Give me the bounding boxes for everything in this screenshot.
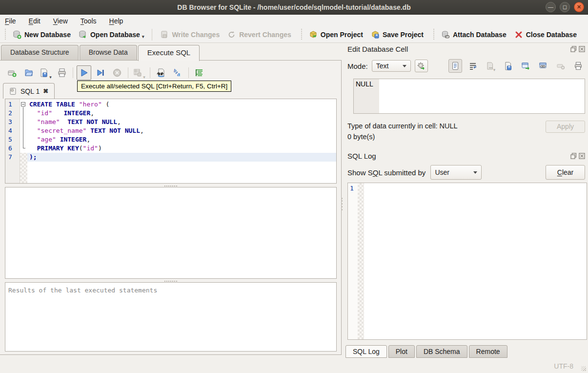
line-number: 1 — [8, 100, 20, 109]
replace-icon: ba — [173, 68, 182, 78]
cell-value-editor[interactable]: NULL — [353, 79, 585, 114]
close-database-icon — [514, 30, 523, 39]
copy-link-button[interactable] — [536, 59, 550, 73]
format-sql-button[interactable] — [192, 65, 207, 80]
close-dock-icon[interactable] — [579, 153, 585, 159]
filter-label: Show SQL submitted by — [347, 168, 426, 177]
text-mode-button[interactable] — [448, 59, 462, 73]
close-tab-icon[interactable]: ✖ — [43, 87, 48, 95]
save-project-button[interactable]: Save Project — [367, 28, 427, 41]
code-area[interactable]: CREATE TABLE "hero" ( "id" INTEGER, "nam… — [27, 99, 336, 183]
export-cell-button[interactable] — [501, 59, 515, 73]
toolbar-drag-handle[interactable] — [300, 29, 303, 41]
sql-tab-bar: SQL 1 ✖ — [3, 83, 55, 99]
execute-tooltip: Execute all/selected SQL [Ctrl+Return, F… — [77, 81, 231, 92]
line-number: 6 — [8, 144, 20, 153]
toolbar-drag-handle[interactable] — [4, 29, 7, 41]
stop-icon — [112, 68, 122, 78]
encoding-indicator[interactable]: UTF-8 — [554, 362, 573, 370]
window-title: DB Browser for SQLite - /home/user/code/… — [177, 3, 410, 11]
status-bar: UTF-8 — [0, 356, 588, 373]
clear-log-button[interactable]: Clear — [546, 165, 585, 180]
resize-grip-icon[interactable] — [581, 366, 586, 371]
new-sql-tab-button[interactable] — [5, 65, 20, 80]
submitted-by-combobox[interactable]: User — [430, 165, 482, 180]
menu-edit[interactable]: Edit — [29, 17, 41, 25]
print-cell-button[interactable] — [571, 59, 585, 73]
execute-current-line-button[interactable] — [93, 65, 108, 80]
code-line[interactable]: "id" INTEGER, — [27, 109, 336, 118]
stop-execution-button[interactable] — [110, 65, 124, 80]
print-icon — [574, 62, 583, 70]
close-button[interactable]: ✕ — [574, 2, 584, 12]
execute-line-icon — [96, 68, 105, 78]
print-button[interactable] — [55, 65, 69, 80]
revert-changes-icon — [227, 30, 236, 39]
code-line[interactable]: CREATE TABLE "hero" ( — [27, 100, 336, 109]
open-project-button[interactable]: Open Project — [305, 28, 367, 41]
mode-combobox[interactable]: Text — [372, 60, 411, 72]
sql-log-view[interactable]: 1 — [347, 183, 587, 340]
toolbar-drag-handle[interactable] — [432, 29, 435, 41]
chevron-down-icon — [403, 65, 406, 67]
code-line[interactable]: "name" TEXT NOT NULL, — [27, 118, 336, 126]
new-database-button[interactable]: New Database — [9, 28, 75, 41]
maximize-button[interactable]: ◻ — [560, 2, 570, 12]
sql-file-icon — [9, 87, 17, 95]
toolbar-separator — [152, 29, 152, 41]
open-in-external-button[interactable] — [519, 59, 532, 73]
import-data-button[interactable] — [415, 60, 428, 72]
save-sql-dropdown-caret[interactable]: ▾ — [49, 75, 52, 80]
sql-code-editor[interactable]: 1234567 CREATE TABLE "hero" ( "id" INTEG… — [5, 99, 337, 184]
tab-execute-sql[interactable]: Execute SQL — [138, 45, 200, 61]
results-grid-pane[interactable] — [5, 187, 337, 279]
menu-file[interactable]: File — [5, 17, 16, 25]
code-line[interactable]: "age" INTEGER, — [27, 135, 336, 144]
float-dock-icon[interactable] — [570, 46, 577, 52]
toolbar-separator — [150, 67, 150, 78]
cell-meta-row: Type of data currently in cell: NULL 0 b… — [347, 121, 585, 142]
code-line[interactable]: "secret_name" TEXT NOT NULL, — [27, 126, 336, 135]
set-null-button[interactable] — [554, 59, 568, 73]
mode-label: Mode: — [347, 62, 368, 70]
execute-sql-button[interactable] — [77, 65, 91, 80]
menu-tools[interactable]: Tools — [81, 17, 97, 25]
sql-1-tab[interactable]: SQL 1 ✖ — [3, 83, 55, 99]
replace-button[interactable]: ba — [170, 65, 185, 80]
open-project-icon — [309, 30, 318, 39]
apply-button[interactable]: Apply — [546, 121, 585, 133]
log-text-area[interactable] — [364, 183, 587, 339]
code-line[interactable]: ); — [27, 153, 336, 162]
open-database-button[interactable]: Open Database ▾ — [75, 28, 148, 41]
open-sql-file-button[interactable] — [21, 65, 36, 80]
close-database-button[interactable]: Close Database — [510, 28, 581, 41]
svg-text:b: b — [174, 68, 177, 73]
tab-database-structure[interactable]: Database Structure — [1, 45, 79, 60]
save-results-button[interactable]: ▾ — [132, 65, 146, 80]
write-changes-button[interactable]: Write Changes — [156, 28, 223, 41]
revert-changes-button[interactable]: Revert Changes — [223, 28, 295, 41]
menu-help[interactable]: Help — [109, 17, 123, 25]
toolbar-separator — [128, 67, 128, 78]
open-database-dropdown-caret[interactable]: ▾ — [142, 34, 144, 39]
word-wrap-button[interactable] — [466, 59, 480, 73]
menu-view[interactable]: View — [53, 17, 68, 25]
edit-cell-title: Edit Database Cell — [347, 45, 408, 53]
minimize-button[interactable]: — — [546, 2, 556, 12]
fold-line — [23, 107, 23, 148]
new-database-icon — [13, 30, 21, 39]
save-sql-file-button[interactable]: ▾ — [38, 65, 53, 80]
tab-browse-data[interactable]: Browse Data — [80, 45, 137, 60]
close-dock-icon[interactable] — [579, 46, 585, 52]
save-results-dropdown-caret[interactable]: ▾ — [143, 75, 145, 80]
import-cell-button[interactable]: ▾ — [484, 59, 497, 73]
attach-database-button[interactable]: Attach Database — [437, 28, 510, 41]
vertical-splitter[interactable] — [341, 198, 343, 210]
find-button[interactable] — [154, 65, 168, 80]
cell-value-area[interactable] — [379, 79, 585, 113]
code-line[interactable]: PRIMARY KEY("id") — [27, 144, 336, 153]
fold-collapse-marker[interactable] — [21, 102, 25, 106]
cell-mode-row: Mode: Text ▾ — [347, 59, 588, 73]
sql-tab-label: SQL 1 — [20, 87, 40, 95]
float-dock-icon[interactable] — [570, 153, 577, 159]
